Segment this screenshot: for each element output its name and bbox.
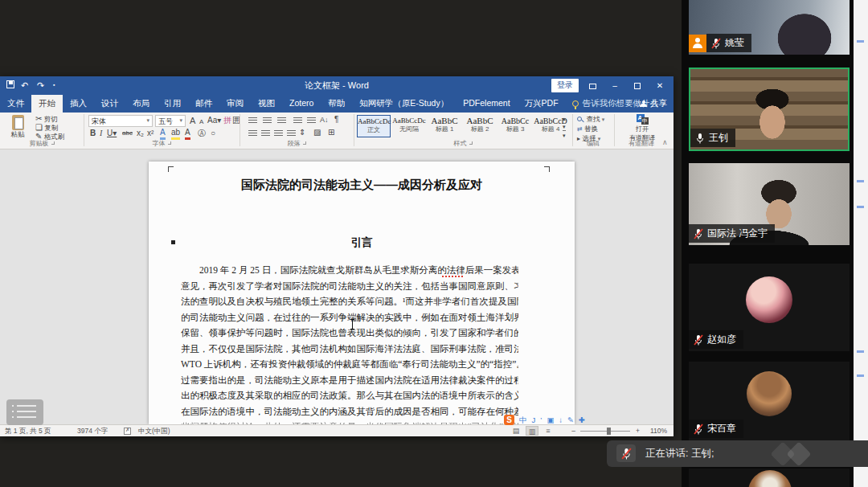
print-layout-button[interactable]: ▥: [526, 426, 538, 436]
dialog-launcher-icon[interactable]: [168, 141, 171, 145]
grow-font-icon[interactable]: A: [190, 116, 195, 125]
tab-insert[interactable]: 插入: [63, 95, 94, 113]
font-name-combo[interactable]: 宋体 ▾: [88, 115, 153, 127]
numbering-icon[interactable]: [260, 117, 274, 125]
replace-button[interactable]: ⇄ 替换: [577, 125, 598, 134]
superscript-icon[interactable]: x²: [147, 129, 154, 138]
word-count[interactable]: 3974 个字: [77, 427, 108, 436]
ribbon-display-options-icon[interactable]: [582, 76, 603, 95]
video-tile-fengjinyu[interactable]: 国际法 冯金宇: [689, 163, 850, 245]
dialog-launcher-icon[interactable]: [303, 141, 306, 145]
style-name: 标题 3: [498, 125, 532, 133]
read-mode-button[interactable]: ▤: [510, 426, 522, 436]
minimize-button[interactable]: –: [604, 76, 625, 95]
video-tile-yaoying[interactable]: 姚莹: [689, 0, 850, 55]
muted-mic-icon[interactable]: [616, 444, 636, 462]
document-page[interactable]: 国际法院的司法能动主义——成因分析及应对 引言 2019 年 2 月 25 日，…: [149, 162, 575, 424]
youdao-translate-button[interactable]: A中 打开 有道翻译: [617, 114, 667, 142]
tab-mailings[interactable]: 邮件: [188, 95, 219, 113]
ime-board-icon[interactable]: ▣: [547, 415, 554, 425]
shrink-font-icon[interactable]: A: [199, 117, 203, 127]
decrease-indent-icon[interactable]: [291, 117, 305, 125]
tab-zotero[interactable]: Zotero: [282, 95, 321, 113]
text-effects-icon[interactable]: A: [160, 128, 166, 140]
show-marks-icon[interactable]: ¶: [334, 115, 338, 125]
tab-help[interactable]: 帮助: [321, 95, 352, 113]
highlight-color-icon[interactable]: ab: [171, 128, 180, 140]
share-button[interactable]: 共享: [640, 98, 667, 109]
align-right-icon[interactable]: [272, 130, 285, 138]
increase-indent-icon[interactable]: [305, 117, 318, 125]
replace-label: 替换: [584, 125, 598, 133]
zoom-slider[interactable]: [580, 431, 630, 432]
paste-button[interactable]: 粘贴: [5, 115, 31, 139]
ime-toolbar[interactable]: S 中 J ’ ▣ ↓ ✎ ✚: [504, 414, 585, 426]
multilevel-list-icon[interactable]: [275, 117, 289, 125]
borders-icon[interactable]: ⊞: [328, 128, 334, 137]
ime-download-icon[interactable]: ↓: [559, 415, 563, 425]
web-layout-button[interactable]: ≡: [542, 426, 555, 436]
strikethrough-icon[interactable]: abc: [122, 129, 133, 138]
tab-file[interactable]: 文件: [0, 95, 31, 113]
video-tile-zhaoruyan[interactable]: 赵如彦: [689, 264, 850, 351]
zoom-in-button[interactable]: +: [636, 427, 640, 435]
document-area[interactable]: 国际法院的司法能动主义——成因分析及应对 引言 2019 年 2 月 25 日，…: [0, 149, 674, 424]
copy-label: 复制: [44, 124, 58, 132]
tab-home[interactable]: 开始: [31, 95, 63, 113]
change-case-icon[interactable]: Aa▾: [207, 116, 221, 125]
sogou-logo-icon[interactable]: S: [504, 415, 514, 425]
shading-icon[interactable]: ▨: [313, 128, 321, 137]
video-tile-songbaizhang[interactable]: 宋百章: [689, 362, 850, 440]
tab-view[interactable]: 视图: [251, 95, 282, 113]
floating-widget[interactable]: [6, 399, 43, 425]
login-button[interactable]: 登录: [551, 79, 579, 92]
ime-punct-icon[interactable]: ’: [540, 415, 542, 425]
subscript-icon[interactable]: x₂: [137, 129, 144, 138]
styles-group-label: 样式: [354, 139, 572, 148]
pinyin-guide-icon[interactable]: 拼: [223, 116, 231, 125]
sort-icon[interactable]: A↓: [320, 115, 329, 125]
dialog-launcher-icon[interactable]: [469, 141, 473, 145]
character-shading-icon[interactable]: Ⓐ: [198, 129, 206, 138]
restore-button[interactable]: [627, 76, 648, 95]
ime-mode-icon[interactable]: J: [532, 415, 536, 425]
zoom-slider-thumb[interactable]: [607, 428, 611, 435]
style-no-spacing[interactable]: AaBbCcDc 无间隔: [392, 115, 426, 137]
tab-references[interactable]: 引用: [157, 95, 188, 113]
ime-skin-icon[interactable]: ✎: [567, 415, 574, 425]
page-indicator[interactable]: 第 1 页, 共 5 页: [5, 427, 51, 436]
font-size-combo[interactable]: 五号 ▾: [155, 115, 186, 127]
dialog-launcher-icon[interactable]: [51, 141, 55, 145]
tab-cnki-estudy[interactable]: 知网研学（原E-Study）: [352, 95, 456, 113]
tab-wanxing-pdf[interactable]: 万兴PDF: [518, 95, 566, 113]
style-heading2[interactable]: AaBbC 标题 2: [463, 115, 497, 137]
tab-design[interactable]: 设计: [94, 95, 125, 113]
bullets-icon[interactable]: [246, 117, 260, 125]
ime-chinese-icon[interactable]: 中: [519, 415, 527, 425]
ime-tools-icon[interactable]: ✚: [579, 415, 585, 425]
bold-icon[interactable]: B: [90, 129, 96, 138]
tab-review[interactable]: 审阅: [219, 95, 251, 113]
proofing-icon[interactable]: [124, 428, 131, 435]
style-heading1[interactable]: AaBbC 标题 1: [428, 115, 461, 137]
video-tile-partial[interactable]: [689, 469, 850, 487]
collapse-ribbon-icon[interactable]: ∧: [662, 138, 668, 146]
close-button[interactable]: ✕: [649, 76, 670, 95]
font-color-icon[interactable]: A: [185, 128, 190, 140]
italic-icon[interactable]: I: [100, 129, 102, 138]
align-center-icon[interactable]: [259, 130, 272, 138]
style-normal[interactable]: AaBbCcDc 正文: [357, 115, 391, 137]
tab-layout[interactable]: 布局: [125, 95, 157, 113]
zoom-out-button[interactable]: –: [571, 427, 575, 435]
find-button[interactable]: 查找 ▾: [577, 115, 604, 125]
underline-icon[interactable]: U▾: [107, 129, 117, 138]
justify-icon[interactable]: [285, 130, 298, 138]
align-left-icon[interactable]: [246, 130, 260, 138]
enclose-characters-icon[interactable]: ○: [211, 129, 215, 138]
zoom-level[interactable]: 110%: [650, 427, 667, 435]
language-indicator[interactable]: 中文(中国): [138, 427, 170, 436]
tab-pdfelement[interactable]: PDFelement: [456, 95, 517, 113]
line-spacing-icon[interactable]: ⇕: [299, 128, 305, 137]
video-tile-wangzhao[interactable]: 王钊: [689, 68, 850, 151]
style-heading3[interactable]: AaBbCc 标题 3: [498, 115, 532, 137]
